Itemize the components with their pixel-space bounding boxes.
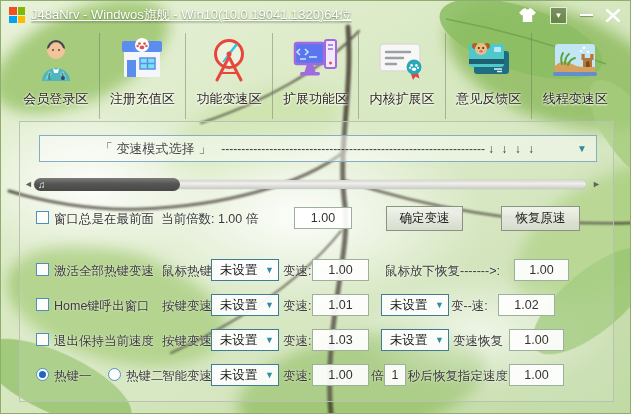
smart-speed-input[interactable] [312,364,369,386]
checkbox-home-key-window[interactable] [36,298,49,311]
toolbar-item-register-recharge[interactable]: 注册充值区 [99,33,186,119]
slider-left-arrow[interactable]: ◄ [24,179,33,189]
speed-label: 变速: [283,263,311,280]
minimize-icon [580,14,593,16]
checkbox-always-on-top[interactable] [36,211,49,224]
dropdown-value: 未设置 [212,297,265,314]
titlebar-buttons: ▼ [518,7,620,24]
aquarium-icon [549,35,601,87]
toolbar-item-member-login[interactable]: 会员登录区 [13,33,99,119]
key-hotkey-dropdown-2[interactable]: 未设置 ▼ [381,294,449,316]
music-note-icon: ♫ [38,178,46,191]
radio-hotkey-two-label: 热键二 [126,368,164,385]
toolbar-item-label: 功能变速区 [196,90,261,108]
mouse-release-restore-label: 鼠标放下恢复------->: [385,263,500,280]
restore-speed-button[interactable]: 恢复原速 [501,206,580,231]
exit-hotkey-dropdown-2[interactable]: 未设置 ▼ [381,329,449,351]
exit-hotkey-dropdown-1[interactable]: 未设置 ▼ [211,329,279,351]
toolbar-item-thread-speed[interactable]: 线程变速区 [531,33,618,119]
toolbar: 会员登录区 注册充值区 [13,33,618,119]
row-key-hotkey-1: Home键呼出窗口 按键变速: 未设置 ▼ 变速: 未设置 ▼ 变--速: [20,293,615,318]
close-icon [606,9,620,22]
confirm-speed-button[interactable]: 确定变速 [386,206,463,231]
key-hotkey-label: 按键变速: [162,298,215,315]
app-logo-icon [9,7,25,23]
checkbox-keep-speed-on-exit[interactable] [36,333,49,346]
window-title: J48aNrv - Windwos旗舰 - Win10(10.0.19041.1… [31,6,352,24]
times-label: 倍 [371,368,384,385]
skin-button[interactable] [518,8,537,23]
speed-restore-label: 变速恢复 [453,333,503,350]
mode-select-dropdown[interactable]: 「 变速模式选择 」 -----------------------------… [39,135,597,162]
mode-select-dashes: ----------------------------------------… [221,142,485,156]
checkbox-label: 窗口总是在最前面 [54,211,154,228]
down-arrows: ↓ ↓ ↓ ↓ [488,142,536,156]
chevron-down-icon: ▼ [555,8,563,23]
bank-cards-icon [463,35,515,87]
checkbox-label: 激活全部热键变速 [54,263,154,280]
mode-select-label: 「 变速模式选择 」 [100,140,211,158]
row-smart-speed: 热键一 热键二 智能变速: 未设置 ▼ 变速: 倍 秒后恢复指定速度 [20,363,615,388]
smart-speed-label: 智能变速: [162,368,215,385]
target-speed-input[interactable] [294,207,352,229]
chevron-down-icon: ▼ [265,335,274,345]
dropdown-value: 未设置 [212,367,265,384]
restore-after-label: 秒后恢复指定速度 [408,368,508,385]
row-key-hotkey-2: 退出保持当前速度 按键变速: 未设置 ▼ 变速: 未设置 ▼ 变速恢复 [20,328,615,353]
seconds-input[interactable] [384,364,406,386]
speed-restore-input[interactable] [509,329,564,351]
main-panel: 「 变速模式选择 」 -----------------------------… [19,121,614,402]
final-speed-input[interactable] [509,364,564,386]
close-button[interactable] [606,9,620,22]
toolbar-item-extended-function[interactable]: 扩展功能区 [272,33,359,119]
chevron-down-icon: ▼ [435,300,444,310]
titlebar[interactable]: J48aNrv - Windwos旗舰 - Win10(10.0.19041.1… [1,1,630,29]
minimize-button[interactable] [580,14,593,16]
smart-hotkey-dropdown[interactable]: 未设置 ▼ [211,364,279,386]
toolbar-item-feedback[interactable]: 意见反馈区 [445,33,532,119]
radio-hotkey-one-label: 热键一 [54,368,92,385]
key-speed-input-2[interactable] [498,294,555,316]
wheel-icon [203,35,255,87]
speed-label: 变速: [283,368,311,385]
key-speed-input-1[interactable] [312,294,369,316]
speed-slider: ◄ ♫ ► [22,176,613,193]
chevron-down-icon: ▼ [265,300,274,310]
dropdown-value: 未设置 [382,297,435,314]
toolbar-item-label: 内核扩展区 [370,90,435,108]
dropdown-value: 未设置 [212,332,265,349]
toolbar-item-function-speed[interactable]: 功能变速区 [185,33,272,119]
current-multiplier-label: 当前倍数: 1.00 倍 [161,211,258,228]
mouse-speed-input[interactable] [312,259,369,281]
chevron-down-icon: ▼ [577,143,587,154]
app-window: J48aNrv - Windwos旗舰 - Win10(10.0.19041.1… [0,0,631,414]
row-always-on-top: 窗口总是在最前面 当前倍数: 1.00 倍 确定变速 恢复原速 [20,206,615,231]
certificate-icon [376,35,428,87]
member-avatar-icon [30,35,82,87]
checkbox-activate-all-hotkeys[interactable] [36,263,49,276]
chevron-down-icon: ▼ [435,335,444,345]
slider-track[interactable]: ♫ [34,180,586,189]
shirt-icon [518,8,537,23]
exit-speed-input[interactable] [312,329,369,351]
radio-hotkey-one[interactable] [36,368,49,381]
pet-shop-icon [116,35,168,87]
key-hotkey-dropdown-1[interactable]: 未设置 ▼ [211,294,279,316]
key-hotkey-label: 按键变速: [162,333,215,350]
radio-hotkey-two[interactable] [108,368,121,381]
mouse-hotkey-dropdown[interactable]: 未设置 ▼ [211,259,279,281]
mouse-restore-speed-input[interactable] [514,259,569,281]
speed2-label: 变--速: [451,298,488,315]
panel-toggle-button[interactable]: ▼ [550,7,567,24]
toolbar-item-label: 意见反馈区 [456,90,521,108]
toolbar-item-label: 扩展功能区 [283,90,348,108]
toolbar-item-label: 注册充值区 [110,90,175,108]
toolbar-item-kernel-extension[interactable]: 内核扩展区 [358,33,445,119]
slider-right-arrow[interactable]: ► [592,179,601,189]
mouse-hotkey-label: 鼠标热键: [162,263,215,280]
chevron-down-icon: ▼ [265,370,274,380]
chevron-down-icon: ▼ [265,265,274,275]
speed-label: 变速: [283,298,311,315]
slider-thumb[interactable]: ♫ [34,178,180,191]
toolbar-item-label: 线程变速区 [543,90,608,108]
